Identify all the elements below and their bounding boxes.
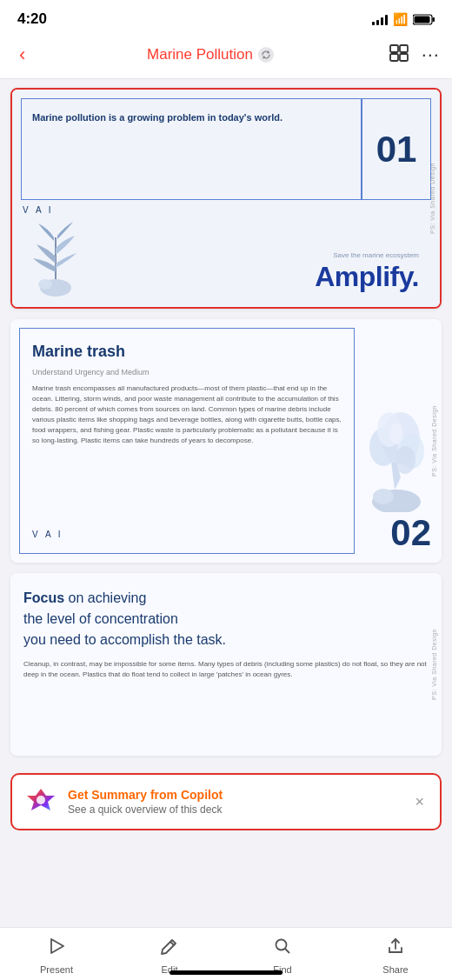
slide1-amplify: Save the marine ecosystem Amplify. [315,251,419,293]
slide1-side-label: PS: Via Shared Design [424,90,440,307]
slide1-tagline: Marine pollution is a growing problem in… [32,111,350,124]
svg-point-17 [389,423,403,444]
slide3-content: Focus on achievingthe level of concentra… [10,573,442,756]
svg-point-18 [37,796,45,804]
slide-2[interactable]: Marine trash Understand Urgency and Medi… [10,319,442,563]
find-icon [273,937,292,961]
back-button[interactable]: ‹ [12,40,32,70]
slide2-title: Marine trash [32,343,342,361]
edit-label: Edit [162,964,178,975]
slide1-num-box: 01 [362,98,431,200]
status-icons: 📶 [372,12,435,26]
main-content: Marine pollution is a growing problem in… [0,79,452,949]
copilot-banner-wrapper: Get Summary from Copilot See a quick ove… [0,764,452,844]
slides-container: Marine pollution is a growing problem in… [0,79,452,764]
nav-item-share[interactable]: Share [339,937,452,975]
page-title: Marine Pollution [147,46,253,63]
slide2-inner: Marine trash Understand Urgency and Medi… [10,319,442,563]
svg-point-16 [395,446,415,474]
plant-illustration [21,220,90,298]
svg-marker-19 [51,939,63,953]
more-icon[interactable]: ··· [422,43,440,66]
battery-icon [413,14,435,25]
nav-actions: ··· [389,43,440,68]
slide1-text-box: Marine pollution is a growing problem in… [21,98,362,200]
slide1-save-text: Save the marine ecosystem [315,251,419,259]
svg-rect-1 [433,17,435,22]
find-label: Find [273,964,291,975]
slide2-side-label: PS: Via Shared Design [426,319,442,563]
copilot-icon [24,785,57,818]
copilot-title-prefix: Get [68,788,91,802]
nav-title-group: Marine Pollution [147,46,274,63]
slide2-vai: V A I [32,530,342,539]
slide1-plant-image [21,220,90,298]
present-icon [47,937,66,961]
slide1-vai: V A I [12,200,440,220]
edit-icon [160,937,179,961]
svg-rect-5 [390,54,398,61]
svg-rect-2 [415,16,430,23]
copilot-title: Get Summary from Copilot [68,788,401,802]
svg-rect-3 [390,45,398,52]
copilot-svg-icon [24,785,57,818]
copilot-title-highlight: Summary [91,788,147,802]
share-icon [386,937,405,961]
svg-point-8 [38,279,52,290]
slide1-number: 01 [376,129,417,170]
slide1-content: Marine pollution is a growing problem in… [12,90,440,307]
svg-rect-4 [400,45,408,52]
nav-bar: ‹ Marine Pollution ··· [0,35,452,79]
slide3-title: Focus on achievingthe level of concentra… [23,588,429,650]
copilot-banner[interactable]: Get Summary from Copilot See a quick ove… [10,773,442,830]
nav-item-edit[interactable]: Edit [113,937,226,975]
share-label: Share [382,964,408,975]
slide3-side-label: PS: Via Shared Design [426,573,442,756]
nav-item-find[interactable]: Find [226,937,339,975]
slide2-plant-illustration [353,399,431,512]
wifi-icon: 📶 [393,12,408,26]
svg-point-11 [373,489,394,504]
slide2-body: Marine trash encompasses all manufacture… [32,383,342,446]
svg-point-21 [276,940,287,950]
copilot-title-suffix: from Copilot [147,788,223,802]
slide1-top: Marine pollution is a growing problem in… [12,90,440,200]
slide3-title-bold: Focus [23,590,64,605]
status-bar: 4:20 📶 [0,0,452,35]
slide2-subtitle: Understand Urgency and Medium [32,368,342,377]
slide-1[interactable]: Marine pollution is a growing problem in… [10,88,442,309]
slide-3[interactable]: Focus on achievingthe level of concentra… [10,573,442,756]
svg-rect-6 [400,54,408,61]
copilot-subtitle: See a quick overview of this deck [68,803,401,816]
bottom-nav: Present Edit Find Share [0,927,452,980]
slide2-main: Marine trash Understand Urgency and Medi… [19,328,355,554]
layout-icon[interactable] [389,43,409,68]
sync-icon [258,47,274,63]
slide1-image-area: Save the marine ecosystem Amplify. [12,220,440,307]
copilot-close-button[interactable]: × [411,790,428,815]
present-label: Present [40,964,73,975]
slide2-number: 02 [390,512,431,554]
svg-line-22 [285,949,289,953]
slide2-plant-image [353,399,431,512]
slide2-content: Marine trash Understand Urgency and Medi… [10,319,442,563]
status-time: 4:20 [17,10,47,28]
slide3-body: Cleanup, in contrast, may be impossible … [23,659,429,680]
slide1-amplify-text: Amplify. [315,261,419,293]
nav-item-present[interactable]: Present [0,937,113,975]
copilot-text: Get Summary from Copilot See a quick ove… [68,788,401,816]
signal-icon [372,13,388,25]
